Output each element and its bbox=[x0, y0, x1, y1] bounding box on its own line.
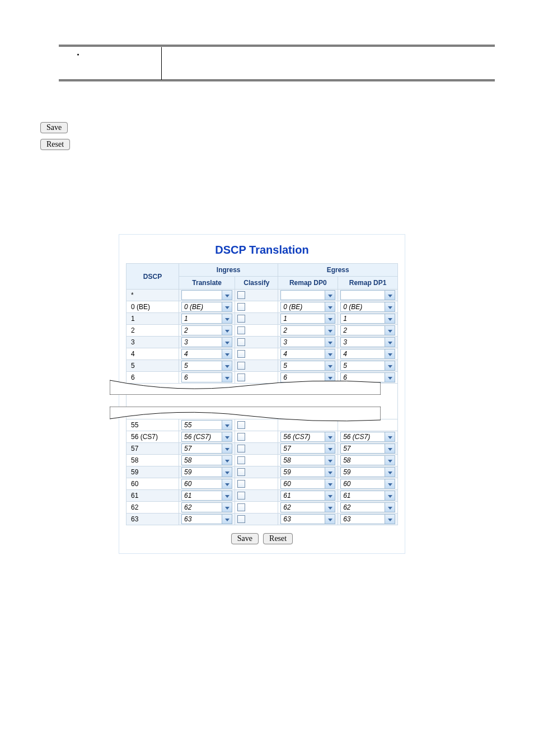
select-value: 3 bbox=[341, 338, 385, 347]
chevron-down-icon bbox=[385, 515, 395, 524]
translate-select[interactable]: 59 bbox=[181, 467, 232, 477]
remap-dp1-select[interactable]: 62 bbox=[340, 502, 395, 512]
remap-dp0-select[interactable]: 59 bbox=[280, 467, 335, 477]
reset-button[interactable]: Reset bbox=[263, 533, 293, 544]
select-value: 61 bbox=[281, 491, 325, 500]
remap-dp0-select[interactable]: 61 bbox=[280, 491, 335, 501]
remap-dp1-select[interactable]: 60 bbox=[340, 479, 395, 489]
table-row: 61616161 bbox=[127, 490, 398, 502]
classify-checkbox[interactable] bbox=[237, 315, 245, 323]
classify-checkbox[interactable] bbox=[237, 515, 245, 523]
remap-dp1-select[interactable]: 58 bbox=[340, 455, 395, 465]
classify-checkbox[interactable] bbox=[237, 350, 245, 358]
select-value: 5 bbox=[281, 361, 325, 370]
select-value: 60 bbox=[182, 479, 222, 488]
translate-select[interactable]: 5 bbox=[181, 361, 232, 371]
translate-select[interactable]: 62 bbox=[181, 502, 232, 512]
save-button-top[interactable]: Save bbox=[40, 122, 68, 133]
chevron-down-icon bbox=[385, 338, 395, 347]
remap-dp0-select[interactable]: 57 bbox=[280, 444, 335, 454]
select-value: 57 bbox=[341, 444, 385, 453]
remap-dp0-select[interactable] bbox=[280, 290, 335, 300]
remap-dp1-select[interactable]: 57 bbox=[340, 444, 395, 454]
remap-dp0-select[interactable]: 58 bbox=[280, 455, 335, 465]
chevron-down-icon bbox=[222, 515, 232, 524]
remap-dp1-select[interactable]: 3 bbox=[340, 337, 395, 347]
classify-checkbox[interactable] bbox=[237, 303, 245, 311]
translate-select[interactable]: 0 (BE) bbox=[181, 302, 232, 312]
select-value: 2 bbox=[182, 326, 222, 335]
select-value: 5 bbox=[341, 361, 385, 370]
translate-select[interactable]: 61 bbox=[181, 491, 232, 501]
remap-dp0-select[interactable]: 60 bbox=[280, 479, 335, 489]
chevron-down-icon bbox=[385, 361, 395, 370]
select-value: 5 bbox=[182, 361, 222, 370]
dscp-table: DSCP Ingress Egress Translate Classify R… bbox=[126, 263, 398, 525]
remap-dp1-select[interactable]: 1 bbox=[340, 314, 395, 324]
remap-dp1-select[interactable]: 2 bbox=[340, 325, 395, 335]
translate-select[interactable]: 56 (CS7) bbox=[181, 432, 232, 442]
remap-dp0-select[interactable]: 56 (CS7) bbox=[280, 432, 335, 442]
remap-dp1-select[interactable]: 5 bbox=[340, 361, 395, 371]
chevron-down-icon bbox=[325, 361, 335, 370]
select-value: 2 bbox=[341, 326, 385, 335]
select-value: 59 bbox=[182, 468, 222, 477]
col-header-ingress: Ingress bbox=[179, 264, 278, 277]
classify-checkbox[interactable] bbox=[237, 338, 245, 346]
remap-dp1-select[interactable]: 4 bbox=[340, 349, 395, 359]
classify-checkbox[interactable] bbox=[237, 468, 245, 476]
classify-checkbox[interactable] bbox=[237, 456, 245, 464]
remap-dp1-select[interactable]: 63 bbox=[340, 514, 395, 524]
translate-select[interactable]: 60 bbox=[181, 479, 232, 489]
chevron-down-icon bbox=[222, 338, 232, 347]
chevron-down-icon bbox=[325, 479, 335, 488]
classify-checkbox[interactable] bbox=[237, 326, 245, 334]
remap-dp0-select[interactable]: 4 bbox=[280, 349, 335, 359]
classify-checkbox[interactable] bbox=[237, 503, 245, 511]
classify-checkbox[interactable] bbox=[237, 362, 245, 370]
chevron-down-icon bbox=[325, 515, 335, 524]
save-button[interactable]: Save bbox=[231, 533, 259, 544]
remap-dp0-select[interactable]: 5 bbox=[280, 361, 335, 371]
remap-dp0-select[interactable]: 62 bbox=[280, 502, 335, 512]
chevron-down-icon bbox=[325, 491, 335, 500]
translate-select[interactable]: 1 bbox=[181, 314, 232, 324]
select-value: 1 bbox=[341, 314, 385, 323]
remap-dp1-select[interactable]: 56 (CS7) bbox=[340, 432, 395, 442]
remap-dp1-select[interactable] bbox=[340, 290, 395, 300]
remap-dp0-select[interactable]: 1 bbox=[280, 314, 335, 324]
remap-dp1-select[interactable]: 59 bbox=[340, 467, 395, 477]
select-value: 59 bbox=[341, 468, 385, 477]
classify-checkbox[interactable] bbox=[237, 433, 245, 441]
select-value: 63 bbox=[182, 515, 222, 524]
remap-dp0-select[interactable]: 3 bbox=[280, 337, 335, 347]
translate-select[interactable]: 4 bbox=[181, 349, 232, 359]
remap-dp1-select[interactable]: 0 (BE) bbox=[340, 302, 395, 312]
chevron-down-icon bbox=[222, 479, 232, 488]
translate-select[interactable]: 2 bbox=[181, 325, 232, 335]
remap-dp0-select[interactable]: 0 (BE) bbox=[280, 302, 335, 312]
dscp-cell: * bbox=[127, 290, 179, 301]
select-value: 4 bbox=[341, 349, 385, 358]
classify-checkbox[interactable] bbox=[237, 480, 245, 488]
chevron-down-icon bbox=[325, 314, 335, 323]
select-value: 3 bbox=[182, 338, 222, 347]
chevron-down-icon bbox=[385, 503, 395, 512]
dscp-cell: 56 (CS7) bbox=[127, 431, 179, 443]
remap-dp1-select[interactable]: 61 bbox=[340, 491, 395, 501]
translate-select[interactable]: 63 bbox=[181, 514, 232, 524]
translate-select[interactable]: 3 bbox=[181, 337, 232, 347]
translate-select[interactable]: 58 bbox=[181, 455, 232, 465]
translate-select[interactable]: 57 bbox=[181, 444, 232, 454]
translate-select[interactable] bbox=[181, 290, 232, 300]
classify-checkbox[interactable] bbox=[237, 492, 245, 500]
reset-button-top[interactable]: Reset bbox=[40, 139, 70, 150]
select-value: 62 bbox=[281, 503, 325, 512]
classify-checkbox[interactable] bbox=[237, 421, 245, 429]
dscp-cell: 57 bbox=[127, 443, 179, 455]
remap-dp0-select[interactable]: 63 bbox=[280, 514, 335, 524]
remap-dp0-select[interactable]: 2 bbox=[280, 325, 335, 335]
table-row: 56 (CS7)56 (CS7)56 (CS7)56 (CS7) bbox=[127, 431, 398, 443]
classify-checkbox[interactable] bbox=[237, 445, 245, 452]
classify-checkbox[interactable] bbox=[237, 291, 245, 299]
